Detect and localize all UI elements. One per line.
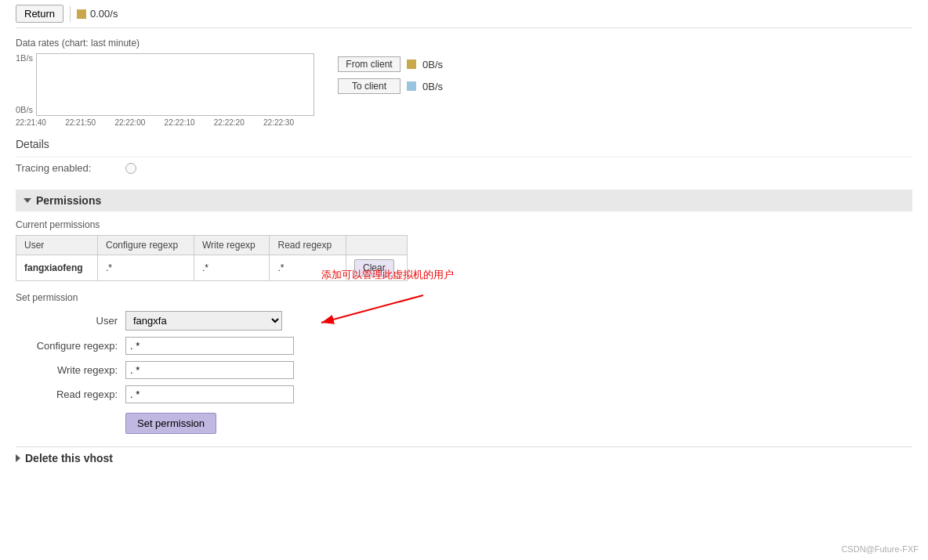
delete-header[interactable]: Delete this vhost: [16, 452, 912, 464]
to-client-label: To client: [338, 78, 401, 94]
x-label-2: 22:21:50: [65, 118, 96, 127]
tracing-label: Tracing enabled:: [16, 162, 125, 174]
details-title: Details: [16, 138, 912, 150]
cell-user: fangxiaofeng: [16, 255, 98, 281]
collapse-icon: [24, 198, 31, 203]
x-label-1: 22:21:40: [16, 118, 46, 127]
expand-icon: [16, 454, 20, 462]
chart-wrapper: 1B/s 0B/s 22:21:40 22:21:50 22:22:00 22:…: [16, 53, 314, 127]
legend-from-client: From client 0B/s: [338, 56, 443, 72]
from-client-label: From client: [338, 56, 401, 72]
return-button[interactable]: Return: [16, 5, 63, 23]
current-perms-label: Current permissions: [16, 219, 912, 230]
annotation-wrapper: User fangxfa 添加可以管理此虚拟机的用户 Configure re: [16, 311, 912, 434]
read-form-row: Read regexp:: [16, 385, 912, 403]
x-label-3: 22:22:00: [114, 118, 145, 127]
y-label-bottom: 0B/s: [16, 105, 33, 114]
data-rates-section: Data rates (chart: last minute) 1B/s 0B/…: [16, 38, 912, 127]
user-form-row: User fangxfa 添加可以管理此虚拟机的用户: [16, 311, 912, 331]
configure-field-label: Configure regexp:: [16, 340, 125, 352]
y-label-top: 1B/s: [16, 53, 33, 63]
write-form-row: Write regexp:: [16, 361, 912, 379]
to-client-rate: 0B/s: [422, 81, 443, 92]
chart-inner: 1B/s 0B/s: [16, 53, 314, 116]
cell-write: .*: [194, 255, 270, 281]
to-client-color: [407, 81, 416, 91]
write-input[interactable]: [125, 361, 294, 379]
set-permission-label: Set permission: [16, 292, 912, 303]
tracing-row: Tracing enabled:: [16, 157, 912, 179]
col-action: [346, 236, 408, 255]
read-input[interactable]: [125, 385, 294, 403]
col-write: Write regexp: [194, 236, 270, 255]
col-configure: Configure regexp: [98, 236, 194, 255]
col-user: User: [16, 236, 98, 255]
chart-legend: From client 0B/s To client 0B/s: [338, 56, 443, 94]
return-rate-value: 0.00/s: [90, 8, 118, 20]
permissions-section: Permissions Current permissions User Con…: [16, 190, 912, 434]
chart-area: 1B/s 0B/s 22:21:40 22:21:50 22:22:00 22:…: [16, 53, 912, 127]
x-label-5: 22:22:20: [214, 118, 245, 127]
top-bar: Return 0.00/s: [16, 0, 912, 28]
write-field-label: Write regexp:: [16, 364, 125, 376]
configure-form-row: Configure regexp:: [16, 337, 912, 355]
cell-configure: .*: [98, 255, 194, 281]
annotation-arrow-svg: [298, 287, 455, 334]
set-permission-button[interactable]: Set permission: [125, 413, 216, 434]
separator: [70, 6, 71, 22]
from-client-color: [407, 60, 416, 69]
return-rate: 0.00/s: [77, 8, 118, 20]
annotation-text: 添加可以管理此虚拟机的用户: [321, 268, 454, 282]
return-color-icon: [77, 9, 86, 19]
permissions-header[interactable]: Permissions: [16, 190, 912, 211]
legend-to-client: To client 0B/s: [338, 78, 443, 94]
details-section: Details Tracing enabled:: [16, 138, 912, 179]
from-client-rate: 0B/s: [422, 59, 443, 70]
x-label-4: 22:22:10: [165, 118, 195, 127]
chart-x-labels: 22:21:40 22:21:50 22:22:00 22:22:10 22:2…: [16, 118, 294, 127]
read-field-label: Read regexp:: [16, 388, 125, 400]
delete-section: Delete this vhost: [16, 446, 912, 464]
chart-y-labels: 1B/s 0B/s: [16, 53, 33, 116]
x-label-6: 22:22:30: [263, 118, 294, 127]
delete-title: Delete this vhost: [25, 452, 113, 464]
user-select[interactable]: fangxfa: [125, 311, 282, 331]
col-read: Read regexp: [270, 236, 346, 255]
permissions-title: Permissions: [36, 194, 101, 207]
svg-line-1: [321, 295, 423, 323]
configure-input[interactable]: [125, 337, 294, 355]
table-header-row: User Configure regexp Write regexp Read …: [16, 236, 408, 255]
user-field-label: User: [16, 315, 125, 327]
tracing-toggle[interactable]: [125, 163, 136, 174]
chart-canvas: [36, 53, 314, 116]
data-rates-label: Data rates (chart: last minute): [16, 38, 912, 49]
